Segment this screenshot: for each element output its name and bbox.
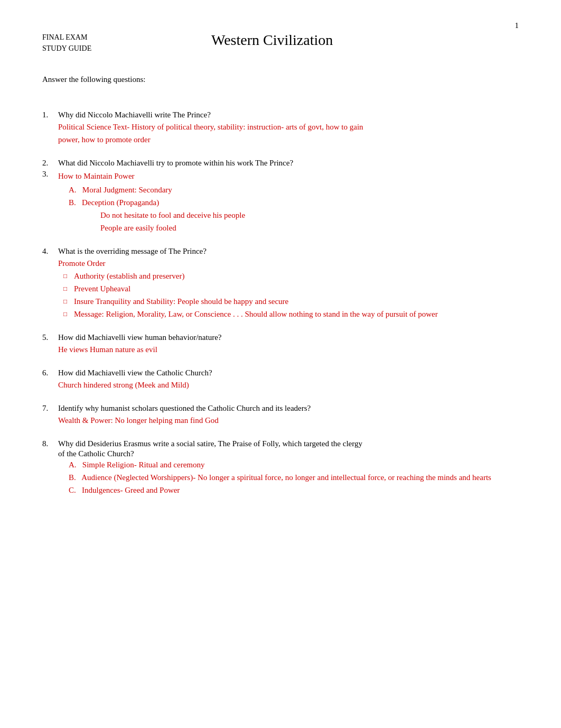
q8-subB-label: B. bbox=[69, 473, 76, 482]
q4-bullet2: □ Prevent Upheaval bbox=[63, 282, 519, 295]
q3-answer-heading: How to Maintain Power bbox=[58, 170, 135, 182]
q7-number: 7. bbox=[42, 404, 58, 413]
q4-bullet1: □ Authority (establish and preserver) bbox=[63, 270, 519, 282]
q3-subB: B. Deception (Propaganda) Do not hesitat… bbox=[69, 196, 519, 234]
q8-subA-label: A. bbox=[69, 460, 77, 469]
q4-bullet3-text: Insure Tranquility and Stability: People… bbox=[74, 295, 288, 308]
bullet-icon-4: □ bbox=[63, 308, 74, 320]
exam-label: FINAL EXAM bbox=[42, 32, 158, 43]
q8-answer: A. Simple Religion- Ritual and ceremony … bbox=[58, 458, 519, 496]
q3-subB-sub2: People are easily fooled bbox=[100, 222, 519, 234]
q8-subA-text: Simple Religion- Ritual and ceremony bbox=[82, 460, 205, 469]
q4-answer-heading: Promote Order bbox=[58, 257, 519, 270]
questions-container: 1. Why did Niccolo Machiavelli write The… bbox=[42, 110, 519, 496]
intro-text: Answer the following questions: bbox=[42, 75, 519, 84]
q3-subA-label: A. bbox=[69, 186, 77, 194]
header: FINAL EXAM STUDY GUIDE Western Civilizat… bbox=[42, 32, 519, 54]
bullet-icon-2: □ bbox=[63, 282, 74, 295]
q4-bullet3: □ Insure Tranquility and Stability: Peop… bbox=[63, 295, 519, 308]
q1-row: 1. Why did Niccolo Machiavelli write The… bbox=[42, 110, 519, 119]
q5-answer: He views Human nature as evil bbox=[58, 343, 519, 356]
q3-subA: A. Moral Judgment: Secondary bbox=[69, 183, 519, 196]
q8-subA: A. Simple Religion- Ritual and ceremony bbox=[69, 458, 519, 471]
q5-number: 5. bbox=[42, 333, 58, 342]
q1-answer: Political Science Text- History of polit… bbox=[58, 121, 519, 146]
q7-row: 7. Identify why humanist scholars questi… bbox=[42, 404, 519, 413]
q8-text: Why did Desiderius Erasmus write a socia… bbox=[58, 439, 362, 448]
bullet-icon-3: □ bbox=[63, 295, 74, 308]
page-title: Western Civilization bbox=[211, 32, 333, 49]
q6-text: How did Machiavelli view the Catholic Ch… bbox=[58, 368, 212, 377]
q3-subA-text: Moral Judgment: Secondary bbox=[82, 186, 172, 194]
q1-answer-line1: Political Science Text- History of polit… bbox=[58, 121, 519, 133]
q5-text: How did Machiavelli view human behavior/… bbox=[58, 333, 222, 342]
bullet-icon-1: □ bbox=[63, 270, 74, 282]
q3-subB-sub1: Do not hesitate to fool and deceive his … bbox=[100, 209, 519, 222]
question-3: 3. How to Maintain Power A. Moral Judgme… bbox=[42, 170, 519, 234]
q6-row: 6. How did Machiavelli view the Catholic… bbox=[42, 368, 519, 377]
question-7: 7. Identify why humanist scholars questi… bbox=[42, 404, 519, 427]
q1-text: Why did Niccolo Machiavelli write The Pr… bbox=[58, 110, 211, 119]
page-number: 1 bbox=[515, 21, 519, 30]
q8-subC-label: C. bbox=[69, 486, 76, 494]
q3-number: 3. bbox=[42, 170, 58, 179]
q8-subB: B. Audience (Neglected Worshippers)- No … bbox=[69, 471, 519, 484]
question-8: 8. Why did Desiderius Erasmus write a so… bbox=[42, 439, 519, 496]
q7-text: Identify why humanist scholars questione… bbox=[58, 404, 311, 413]
q2-row: 2. What did Niccolo Machiavelli try to p… bbox=[42, 159, 519, 168]
study-guide-label: STUDY GUIDE bbox=[42, 43, 158, 54]
q5-row: 5. How did Machiavelli view human behavi… bbox=[42, 333, 519, 342]
q6-answer-line: Church hindered strong (Meek and Mild) bbox=[58, 381, 189, 389]
q4-answer: Promote Order □ Authority (establish and… bbox=[58, 257, 519, 320]
q3-row: 3. How to Maintain Power bbox=[42, 170, 519, 182]
q7-answer: Wealth & Power: No longer helping man fi… bbox=[58, 414, 519, 427]
question-4: 4. What is the overriding message of The… bbox=[42, 247, 519, 320]
q8-subC-text: Indulgences- Greed and Power bbox=[82, 486, 180, 494]
q8-subB-text: Audience (Neglected Worshippers)- No lon… bbox=[81, 473, 491, 482]
q4-bullet4-text: Message: Religion, Morality, Law, or Con… bbox=[74, 308, 438, 320]
q8-subC: C. Indulgences- Greed and Power bbox=[69, 484, 519, 496]
q3-sub: A. Moral Judgment: Secondary B. Deceptio… bbox=[58, 183, 519, 234]
q8-row: 8. Why did Desiderius Erasmus write a so… bbox=[42, 439, 519, 448]
q2-number: 2. bbox=[42, 159, 58, 168]
q1-number: 1. bbox=[42, 110, 58, 119]
q2-text: What did Niccolo Machiavelli try to prom… bbox=[58, 159, 293, 168]
q4-row: 4. What is the overriding message of The… bbox=[42, 247, 519, 256]
q7-answer-line: Wealth & Power: No longer helping man fi… bbox=[58, 416, 219, 425]
question-6: 6. How did Machiavelli view the Catholic… bbox=[42, 368, 519, 391]
header-left: FINAL EXAM STUDY GUIDE bbox=[42, 32, 158, 54]
q4-number: 4. bbox=[42, 247, 58, 256]
q1-answer-line2: power, how to promote order bbox=[58, 133, 519, 146]
q3-subB-label: B. bbox=[69, 198, 76, 207]
q6-answer: Church hindered strong (Meek and Mild) bbox=[58, 379, 519, 391]
question-5: 5. How did Machiavelli view human behavi… bbox=[42, 333, 519, 356]
q4-bullet4: □ Message: Religion, Morality, Law, or C… bbox=[63, 308, 519, 320]
q5-answer-line: He views Human nature as evil bbox=[58, 345, 157, 354]
q6-number: 6. bbox=[42, 368, 58, 377]
q4-text: What is the overriding message of The Pr… bbox=[58, 247, 207, 256]
q3-subB-text: Deception (Propaganda) bbox=[82, 198, 159, 207]
question-1: 1. Why did Niccolo Machiavelli write The… bbox=[42, 110, 519, 146]
q8-number: 8. bbox=[42, 439, 58, 448]
q4-bullet1-text: Authority (establish and preserver) bbox=[74, 270, 185, 282]
q4-bullet2-text: Prevent Upheaval bbox=[74, 282, 130, 295]
question-2: 2. What did Niccolo Machiavelli try to p… bbox=[42, 159, 519, 168]
q8-text-cont: of the Catholic Church? bbox=[58, 449, 519, 458]
